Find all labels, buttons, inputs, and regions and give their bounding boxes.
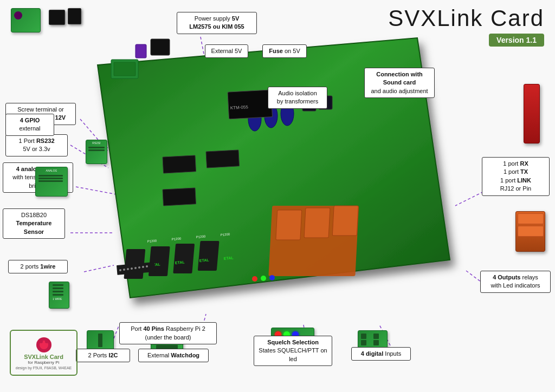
annotation-rs232: 1 Port RS2325V or 3.3v xyxy=(5,134,68,156)
annotation-temperature: DS18B20TemperatureSensor xyxy=(3,208,65,239)
40pins-label: Port 40 Pins Raspberry Pi 2(under the bo… xyxy=(131,325,205,340)
onewire-label: 2 ports 1wire xyxy=(21,263,56,270)
svg-text:KTM-055: KTM-055 xyxy=(230,104,249,110)
i2c-label: 2 Ports I2C xyxy=(88,352,118,358)
rx-tx-link-label: 1 port RX1 port TX1 port LINKRJ12 or Pin xyxy=(500,160,531,192)
pcb-board-svg: ETAL ETAL ETAL ETAL P1200 P1200 P1200 P1… xyxy=(76,22,466,325)
annotation-digital-inputs: 4 digital Inputs xyxy=(351,347,411,361)
gpio-label: 4 GPIOexternal xyxy=(19,117,40,132)
annotation-i2c: 2 Ports I2C xyxy=(76,349,130,362)
svg-rect-35 xyxy=(332,206,358,236)
onewire-board: 1 WIRE xyxy=(49,282,69,309)
annotation-40pins: Port 40 Pins Raspberry Pi 2(under the bo… xyxy=(119,322,217,344)
logo-main-text: SVXLink Card xyxy=(24,354,63,360)
annotation-relays: 4 Outputs relayswith Led indicators xyxy=(480,271,551,293)
power-supply-module xyxy=(11,8,41,32)
watchdog-label: External Watchdog xyxy=(147,352,199,358)
rs232-module: RS232 xyxy=(86,140,107,164)
annotation-sound-card: Connection withSound cardand audio adjus… xyxy=(364,68,435,98)
annotation-rx-tx-link: 1 port RX1 port TX1 port LINKRJ12 or Pin xyxy=(482,157,550,196)
svg-rect-23 xyxy=(198,241,220,271)
annotation-squelch: Squelch SelectionStates SQUELCH/PTT on l… xyxy=(254,336,332,366)
svg-rect-45 xyxy=(206,150,239,168)
rectifier-module xyxy=(49,10,65,25)
annotation-audio-isolation: Audio isolationby transformers xyxy=(268,87,327,109)
svg-rect-47 xyxy=(228,90,273,119)
fuse-label: Fuse on 5V xyxy=(269,48,300,54)
svg-rect-46 xyxy=(163,188,196,206)
raspberry-pi-logo xyxy=(35,336,53,354)
power-supply-label: Power supply 5VLM2575 ou KIM 055 xyxy=(189,15,244,30)
relay-modules-right xyxy=(515,211,545,252)
rectifier-module2 xyxy=(68,8,81,24)
annotation-power-supply: Power supply 5VLM2575 ou KIM 055 xyxy=(177,12,257,34)
annotation-onewire: 2 ports 1wire xyxy=(8,260,68,273)
svg-rect-64 xyxy=(151,39,170,55)
svg-point-59 xyxy=(261,276,266,281)
svg-rect-34 xyxy=(304,208,330,238)
annotation-gpio: 4 GPIOexternal xyxy=(5,114,54,136)
svg-rect-22 xyxy=(173,244,195,273)
logo-design-text: design by F5UII, F8ASB, W4EAE xyxy=(16,366,72,370)
annotation-fuse: Fuse on 5V xyxy=(262,44,307,58)
sound-card-label: Connection withSound cardand audio adjus… xyxy=(371,71,428,94)
external-5v-label: External 5V xyxy=(211,48,242,54)
svg-point-60 xyxy=(269,275,275,280)
audio-module-right xyxy=(524,84,540,143)
relays-label: 4 Outputs relayswith Led indicators xyxy=(491,274,540,289)
analog-board: ANALOG xyxy=(35,167,68,197)
svg-rect-33 xyxy=(276,210,302,240)
main-container: .conn-line { stroke: #8844cc; stroke-wid… xyxy=(0,0,555,392)
annotation-external-5v: External 5V xyxy=(205,44,248,58)
version-badge: Version 1.1 xyxy=(489,34,544,47)
svg-point-67 xyxy=(40,340,43,343)
svg-point-68 xyxy=(45,340,48,343)
digital-inputs-label: 4 digital Inputs xyxy=(361,350,402,357)
svg-point-58 xyxy=(252,276,257,282)
logo-sub-text: for Raspberry Pi xyxy=(28,360,60,365)
temperature-label: DS18B20TemperatureSensor xyxy=(16,212,52,235)
squelch-label: Squelch SelectionStates SQUELCH/PTT on l… xyxy=(259,339,327,362)
audio-isolation-label: Audio isolationby transformers xyxy=(277,90,318,104)
annotation-watchdog: External Watchdog xyxy=(138,349,209,362)
svg-rect-62 xyxy=(114,62,135,76)
rs232-label: 1 Port RS2325V or 3.3v xyxy=(18,138,54,152)
svg-rect-44 xyxy=(163,155,196,173)
logo-area: SVXLink Card for Raspberry Pi design by … xyxy=(10,330,78,376)
svg-rect-63 xyxy=(135,44,146,58)
